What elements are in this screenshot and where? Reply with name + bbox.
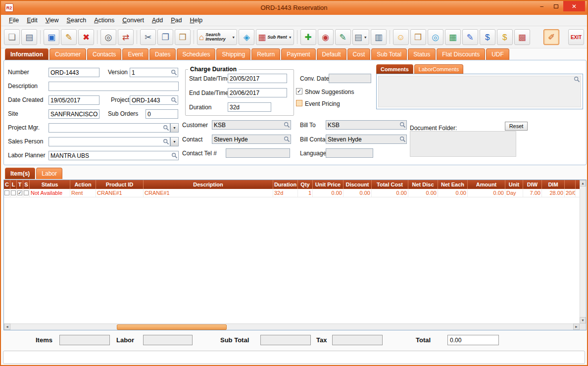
menu-item-add[interactable]: Add — [148, 15, 167, 25]
tab-information[interactable]: Information — [5, 48, 49, 60]
label-printer-icon[interactable]: ▤▼ — [352, 29, 369, 45]
tab-laborcomments[interactable]: LaborComments — [414, 64, 463, 74]
tab-return[interactable]: Return — [251, 48, 280, 60]
sub-orders-field[interactable]: 0 — [146, 109, 178, 119]
site-field[interactable]: SANFRANCISCO — [49, 109, 99, 119]
reset-button[interactable]: Reset — [505, 122, 528, 131]
search-icon[interactable] — [283, 136, 291, 142]
cut-icon[interactable]: ✂ — [140, 29, 156, 45]
row-checkbox[interactable] — [24, 190, 29, 195]
column-header-net-disc[interactable]: Net Disc — [408, 180, 438, 189]
version-field[interactable]: 1 — [130, 68, 178, 77]
exit-button[interactable]: EXIT — [568, 29, 584, 45]
vertical-scrollbar[interactable]: ▲ ▼ — [580, 180, 586, 323]
contact-tel-field[interactable] — [226, 148, 290, 158]
horizontal-scrollbar[interactable]: ◄ ► — [4, 323, 580, 330]
table-row[interactable]: ✓Not AvailableRentCRANE#1CRANE#132d10.00… — [4, 189, 580, 197]
column-header-action[interactable]: Action — [70, 180, 96, 189]
tab-comments[interactable]: Comments — [376, 64, 413, 74]
menu-item-edit[interactable]: Edit — [23, 15, 42, 25]
tab-schedules[interactable]: Schedules — [177, 48, 215, 60]
project-mgr-field[interactable] — [49, 123, 170, 133]
tab-payment[interactable]: Payment — [281, 48, 315, 60]
tab-customer[interactable]: Customer — [49, 48, 86, 60]
sales-person-field[interactable] — [49, 137, 170, 146]
paste-icon[interactable]: ❒ — [175, 29, 191, 45]
column-header-diw[interactable]: DIW — [523, 180, 542, 189]
column-header-product-id[interactable]: Product ID — [96, 180, 144, 189]
chevron-down-icon[interactable]: ▼ — [364, 36, 367, 39]
delete-icon[interactable]: ✖ — [78, 29, 94, 45]
chevron-down-icon[interactable]: ▼ — [289, 36, 292, 39]
menu-item-view[interactable]: View — [42, 15, 63, 25]
bill-contact-field[interactable]: Steven Hyde — [326, 135, 407, 144]
spheres-icon[interactable]: ◉ — [318, 29, 334, 45]
tab-flat-discounts[interactable]: Flat Discounts — [437, 48, 485, 60]
cubes-icon[interactable]: ▦ — [445, 29, 461, 45]
tab-contacts[interactable]: Contacts — [87, 48, 121, 60]
menu-item-help[interactable]: Help — [186, 15, 207, 25]
scroll-left-icon[interactable]: ◄ — [4, 323, 10, 330]
description-field[interactable] — [49, 82, 179, 91]
column-header-unit-price[interactable]: Unit Price — [313, 180, 343, 189]
new-document-icon[interactable]: ❏ — [4, 29, 20, 45]
transfer-icon[interactable]: ⇄ — [118, 29, 134, 45]
search-icon[interactable] — [573, 76, 581, 83]
tab-sub-total[interactable]: Sub Total — [371, 48, 407, 60]
tab-default[interactable]: Default — [317, 48, 346, 60]
show-suggestions-checkbox[interactable]: ✓ — [296, 88, 302, 94]
tab-cost[interactable]: Cost — [347, 48, 371, 60]
column-header-extra[interactable] — [565, 180, 576, 189]
column-header-net-each[interactable]: Net Each — [438, 180, 468, 189]
binoculars-icon[interactable]: ◎ — [100, 29, 116, 45]
contact-field[interactable]: Steven Hyde — [212, 135, 291, 144]
search-icon[interactable] — [170, 97, 178, 103]
package-icon[interactable]: ❒ — [410, 29, 426, 45]
search-icon[interactable] — [162, 125, 170, 131]
disc-icon[interactable]: ◎ — [428, 29, 443, 45]
project-mgr-dropdown[interactable]: ▼ — [170, 123, 179, 133]
scroll-right-icon[interactable]: ► — [573, 323, 580, 330]
tab-dates[interactable]: Dates — [149, 48, 176, 60]
search-icon[interactable] — [283, 122, 291, 128]
end-date-field[interactable]: 20/06/2017 — [228, 88, 287, 97]
column-header-total-cost[interactable]: Total Cost — [372, 180, 408, 189]
duration-field[interactable]: 32d — [228, 102, 271, 112]
edit-icon[interactable]: ✎ — [61, 29, 77, 45]
notes-icon[interactable]: ✎ — [462, 29, 478, 45]
maximize-button[interactable] — [549, 1, 563, 11]
column-header-c[interactable]: C — [4, 180, 10, 189]
menu-item-file[interactable]: File — [5, 15, 23, 25]
horizontal-scroll-thumb[interactable] — [117, 324, 227, 330]
tab-udf[interactable]: UDF — [486, 48, 509, 60]
add-icon[interactable]: ✚ — [300, 29, 316, 45]
column-header-unit[interactable]: Unit — [505, 180, 523, 189]
items-total-field[interactable] — [59, 335, 110, 345]
minimize-button[interactable]: – — [535, 1, 549, 11]
column-header-s[interactable]: S — [23, 180, 30, 189]
column-header-dim[interactable]: DIM — [542, 180, 565, 189]
note-edit-icon[interactable]: ✎ — [335, 29, 351, 45]
smiley-icon[interactable]: ☺ — [393, 29, 409, 45]
conv-date-field[interactable] — [329, 74, 371, 83]
menu-item-search[interactable]: Search — [63, 15, 91, 25]
document-folder-area[interactable] — [410, 131, 516, 157]
subtotal-field[interactable] — [260, 335, 311, 345]
sales-person-dropdown[interactable]: ▼ — [170, 137, 179, 146]
barcode-printer-icon[interactable]: ▥ — [371, 29, 387, 45]
labor-planner-field[interactable]: MANTRA UBS — [49, 151, 179, 160]
print-icon[interactable]: ▤ — [21, 29, 37, 45]
bill-to-field[interactable]: KSB — [326, 120, 407, 130]
search-icon[interactable] — [170, 69, 178, 76]
cart-icon[interactable]: ▩ — [514, 29, 530, 45]
copy-icon[interactable]: ❐ — [157, 29, 173, 45]
project-field[interactable]: ORD-1443 — [130, 95, 178, 105]
menu-item-actions[interactable]: Actions — [90, 15, 118, 25]
scroll-down-icon[interactable]: ▼ — [580, 317, 586, 323]
column-header-discount[interactable]: Discount — [343, 180, 372, 189]
search-icon[interactable] — [399, 122, 406, 128]
row-checkbox[interactable] — [4, 190, 9, 195]
tax-field[interactable] — [332, 335, 383, 345]
start-date-field[interactable]: 20/05/2017 — [228, 74, 287, 83]
menu-item-pad[interactable]: Pad — [167, 15, 186, 25]
